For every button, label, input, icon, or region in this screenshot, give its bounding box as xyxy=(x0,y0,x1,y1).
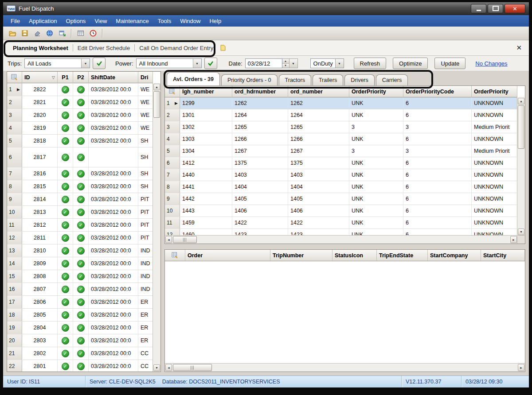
column-header-tripendstate[interactable]: TripEndState xyxy=(377,250,428,261)
scroll-up-icon[interactable] xyxy=(153,84,160,90)
order-row[interactable]: 4130312661266UNK6UNKNOWN xyxy=(165,133,517,145)
column-header-lgh-number[interactable]: lgh_number xyxy=(180,86,232,97)
worksheet-row[interactable]: 52818✓✓03/28/2012 00:0SH xyxy=(7,135,153,147)
duty-status-dropdown[interactable]: OnDuty xyxy=(310,58,344,68)
scroll-down-icon[interactable] xyxy=(153,364,160,371)
order-row[interactable]: 11145914221422UNK6UNKNOWN xyxy=(165,217,517,229)
worksheet-row[interactable]: 222801✓✓03/28/2012 00:0CC xyxy=(7,360,153,372)
orders-hscroll[interactable] xyxy=(165,235,517,244)
scroll-thumb[interactable] xyxy=(153,91,160,118)
scroll-left-icon[interactable] xyxy=(165,236,172,243)
refresh-button[interactable]: Refresh xyxy=(354,58,387,69)
close-button[interactable] xyxy=(505,4,525,13)
scheduler-clock-icon[interactable] xyxy=(87,28,98,39)
orders-vscroll[interactable] xyxy=(517,97,525,236)
tab-tractors[interactable]: Tractors xyxy=(279,74,311,85)
scroll-down-icon[interactable] xyxy=(518,228,524,235)
clear-icon[interactable] xyxy=(31,28,43,39)
column-header-orderpriority-desc[interactable]: OrderPriority xyxy=(472,86,517,97)
scroll-thumb[interactable] xyxy=(173,236,197,243)
date-input[interactable]: 03/28/12 xyxy=(245,58,282,68)
scroll-up-icon[interactable] xyxy=(518,98,524,105)
worksheet-row[interactable]: 132810✓✓03/28/2012 00:0IND xyxy=(7,244,153,257)
scroll-left-icon[interactable] xyxy=(165,364,172,371)
worksheet-row[interactable]: 42819✓✓03/28/2012 00:0WE xyxy=(7,122,153,135)
scroll-thumb[interactable] xyxy=(173,364,212,371)
order-row[interactable]: 313021265126533Medium Priorit xyxy=(165,121,517,133)
tabstrip-close-icon[interactable]: ✕ xyxy=(514,44,524,52)
worksheet-row[interactable]: 142809✓✓03/28/2012 00:0IND xyxy=(7,257,153,270)
trips-filter-button[interactable] xyxy=(93,58,106,69)
menu-item-window[interactable]: Window xyxy=(176,16,204,26)
scroll-right-icon[interactable] xyxy=(518,364,524,371)
worksheet-row[interactable]: 102813✓✓03/28/2012 00:0PIT xyxy=(7,206,153,219)
worksheet-row[interactable]: 22821✓✓03/28/2012 00:0WE xyxy=(7,96,153,109)
date-spinner[interactable] xyxy=(282,58,289,68)
minimize-button[interactable] xyxy=(471,4,486,13)
maximize-button[interactable] xyxy=(488,4,503,13)
worksheet-row[interactable]: 32820✓✓03/28/2012 00:0WE xyxy=(7,109,153,122)
tab-priority-orders[interactable]: Priority Orders - 0 xyxy=(221,74,278,85)
dropdown-arrow-icon[interactable] xyxy=(81,59,90,68)
worksheet-row[interactable]: 92814✓✓03/28/2012 00:0PIT xyxy=(7,193,153,206)
menu-item-help[interactable]: Help xyxy=(205,16,225,26)
menu-item-application[interactable]: Application xyxy=(25,16,61,26)
worksheet-row[interactable]: 112812✓✓03/28/2012 00:0PIT xyxy=(7,219,153,232)
column-header-startcity[interactable]: StartCity xyxy=(481,250,525,261)
column-header-shiftdate[interactable]: ShiftDate xyxy=(89,72,138,83)
tab-avl-orders[interactable]: Avl. Orders - 39 xyxy=(167,72,220,85)
worksheet-row[interactable]: 192804✓✓03/28/2012 00:0ER xyxy=(7,321,153,334)
scroll-right-icon[interactable] xyxy=(510,236,517,243)
order-row[interactable]: 2130112641264UNK6UNKNOWN xyxy=(165,109,517,121)
column-header-startcompany[interactable]: StartCompany xyxy=(428,250,481,261)
power-dropdown[interactable]: All Inbound xyxy=(136,58,202,68)
worksheet-row[interactable]: 212802✓✓03/28/2012 00:0CC xyxy=(7,347,153,360)
worksheet-row[interactable]: 162807✓✓03/28/2012 00:0IND xyxy=(7,283,153,296)
worksheet-row[interactable]: 72816✓✓03/28/2012 00:0SH xyxy=(7,167,153,180)
grid-customize-button[interactable] xyxy=(7,72,22,83)
worksheet-vscroll[interactable] xyxy=(153,83,160,372)
column-header-ord-number[interactable]: ord_number xyxy=(288,86,349,97)
column-header-statusicon[interactable]: StatusIcon xyxy=(332,250,377,261)
tab-trailers[interactable]: Trailers xyxy=(313,74,343,85)
date-dropdown-arrow-icon[interactable] xyxy=(289,58,298,68)
worksheet-row[interactable]: 172806✓✓03/28/2012 00:0ER xyxy=(7,296,153,309)
tab-call-on-demand-order-entry[interactable]: Call On Demand Order Entry xyxy=(135,42,218,54)
worksheet-row[interactable]: 152808✓✓03/28/2012 00:0IND xyxy=(7,270,153,283)
tab-drivers[interactable]: Drivers xyxy=(344,74,375,85)
grid-customize-button[interactable] xyxy=(165,86,180,97)
menu-item-maintenance[interactable]: Maintenance xyxy=(112,16,153,26)
trips-hscroll[interactable] xyxy=(165,363,525,372)
worksheet-row[interactable]: 62817✓✓SH xyxy=(7,147,153,167)
dropdown-arrow-icon[interactable] xyxy=(193,59,201,68)
order-row[interactable]: 12146014231423UNK6UNKNOWN xyxy=(165,229,517,236)
refresh-globe-icon[interactable] xyxy=(44,28,55,39)
order-row[interactable]: 1▶129912621262UNK6UNKNOWN xyxy=(165,97,517,109)
spin-up-icon[interactable] xyxy=(282,59,289,63)
column-header-orderpriority[interactable]: OrderPriority xyxy=(349,86,403,97)
column-header-tripnumber[interactable]: TripNumber xyxy=(270,250,332,261)
order-row[interactable]: 8144114041404UNK6UNKNOWN xyxy=(165,181,517,193)
worksheet-row[interactable]: 1▶2822✓✓03/28/2012 00:0WE xyxy=(7,83,153,96)
worksheet-row[interactable]: 182805✓✓03/28/2012 00:0ER xyxy=(7,309,153,321)
column-header-order[interactable]: Order xyxy=(185,250,270,261)
power-filter-button[interactable] xyxy=(204,58,217,69)
detach-window-icon[interactable] xyxy=(56,28,67,39)
column-header-p1[interactable]: P1 xyxy=(58,72,73,83)
tab-planning-worksheet[interactable]: Planning Worksheet xyxy=(8,42,73,54)
tab-carriers[interactable]: Carriers xyxy=(376,74,408,85)
order-row[interactable]: 7144014031403UNK6UNKNOWN xyxy=(165,169,517,181)
column-header-id[interactable]: ID ▽ xyxy=(22,72,58,83)
order-row[interactable]: 6141213751375UNK6UNKNOWN xyxy=(165,157,517,169)
order-row[interactable]: 10144314061406UNK6UNKNOWN xyxy=(165,205,517,217)
tab-edit-driver-schedule[interactable]: Edit Driver Schedule xyxy=(73,42,135,54)
spin-down-icon[interactable] xyxy=(282,63,289,68)
order-row[interactable]: 9144214051405UNK6UNKNOWN xyxy=(165,193,517,205)
grid-customize-button[interactable] xyxy=(165,250,185,261)
column-header-p2[interactable]: P2 xyxy=(73,72,89,83)
worksheet-row[interactable]: 202803✓✓03/28/2012 00:0ER xyxy=(7,334,153,347)
menu-item-view[interactable]: View xyxy=(90,16,111,26)
column-header-orderprioritycode[interactable]: OrderPriorityCode xyxy=(403,86,472,97)
optimize-button[interactable]: Optimize xyxy=(393,58,428,69)
save-icon[interactable] xyxy=(19,28,30,39)
